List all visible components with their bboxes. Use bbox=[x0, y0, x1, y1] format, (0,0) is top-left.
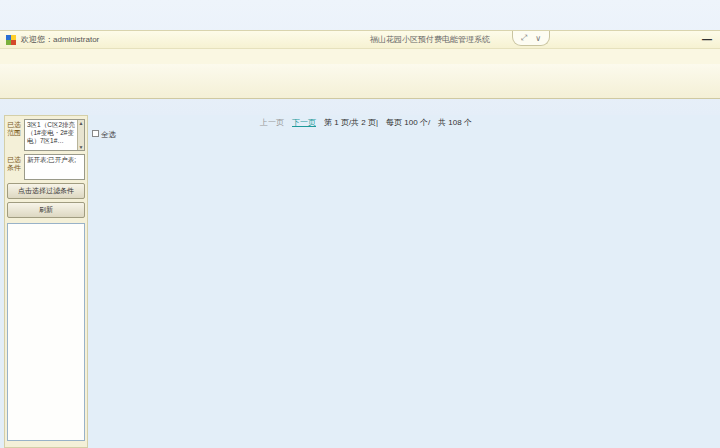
page-info: 第 1 页/共 2 页| bbox=[324, 117, 378, 128]
building-tree bbox=[7, 223, 85, 441]
next-page-link[interactable]: 下一页 bbox=[292, 117, 316, 128]
select-all-checkbox[interactable] bbox=[92, 130, 99, 137]
title-bar: 欢迎您：administrator 福山花园小区预付费电能管理系统 ⤢ ∨ — bbox=[0, 30, 720, 49]
ribbon bbox=[0, 64, 720, 99]
range-listbox[interactable]: 3区1（C区2排亮（1#变电・2#变电）7区1#… ▲▼ bbox=[24, 119, 85, 151]
condition-box[interactable]: 新开表;已开户表; bbox=[24, 154, 85, 180]
menu-bar bbox=[0, 49, 720, 64]
ribbon-toggle-pill: ⤢ ∨ bbox=[512, 31, 550, 46]
collapse-icon[interactable]: ∨ bbox=[535, 34, 541, 43]
tab-strip bbox=[0, 99, 720, 115]
window-title: 福山花园小区预付费电能管理系统 bbox=[330, 34, 530, 45]
choose-filter-button[interactable]: 点击选择过滤条件 bbox=[7, 183, 85, 199]
app-logo-icon bbox=[6, 35, 16, 45]
select-all[interactable]: 全选 bbox=[92, 130, 116, 140]
batch-controls: 全选 bbox=[92, 130, 116, 140]
condition-label: 已选条件 bbox=[7, 154, 24, 180]
refresh-button[interactable]: 刷新 bbox=[7, 202, 85, 218]
listbox-scrollbar[interactable]: ▲▼ bbox=[77, 120, 84, 150]
per-page-info: 每页 100 个/ bbox=[386, 117, 430, 128]
range-label: 已选范围 bbox=[7, 119, 24, 151]
resize-icon[interactable]: ⤢ bbox=[521, 33, 527, 43]
pagination-bar: 上一页 下一页 第 1 页/共 2 页| 每页 100 个/ 共 108 个 bbox=[260, 117, 472, 128]
prev-page-link[interactable]: 上一页 bbox=[260, 117, 284, 128]
sidebar: 已选范围 3区1（C区2排亮（1#变电・2#变电）7区1#… ▲▼ 已选条件 新… bbox=[4, 115, 88, 448]
app-window: 欢迎您：administrator 福山花园小区预付费电能管理系统 ⤢ ∨ — … bbox=[0, 0, 720, 448]
total-count: 共 108 个 bbox=[438, 117, 472, 128]
welcome-text: 欢迎您：administrator bbox=[21, 34, 99, 45]
main-content-area bbox=[0, 115, 720, 448]
minimize-icon[interactable]: — bbox=[702, 34, 712, 45]
